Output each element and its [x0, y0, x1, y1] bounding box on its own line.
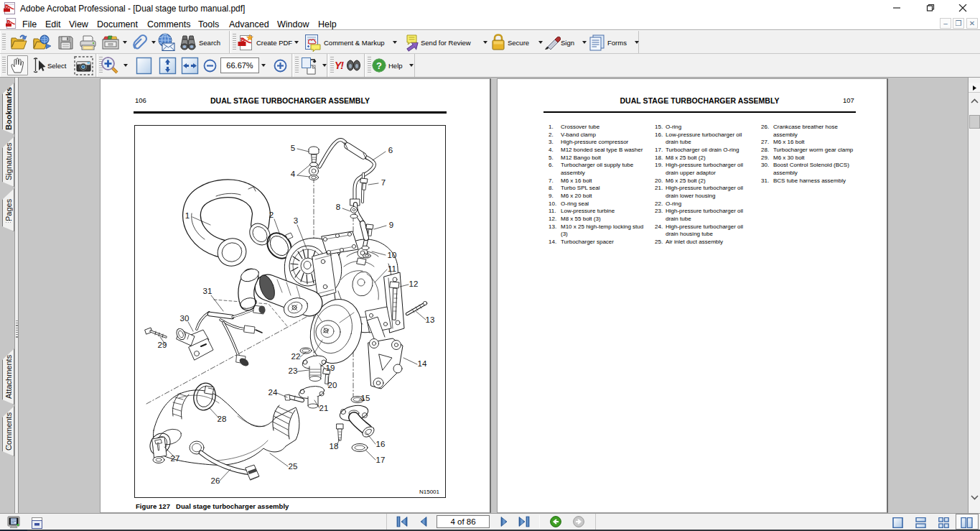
- svg-text:26: 26: [211, 476, 220, 485]
- svg-text:7: 7: [381, 178, 386, 187]
- svg-text:4: 4: [291, 170, 296, 178]
- svg-text:23: 23: [289, 366, 298, 375]
- svg-text:6: 6: [388, 146, 393, 154]
- svg-text:8: 8: [336, 203, 340, 211]
- svg-text:16: 16: [376, 440, 386, 448]
- svg-text:9: 9: [389, 221, 393, 229]
- svg-text:17: 17: [376, 456, 386, 464]
- svg-text:18: 18: [330, 442, 339, 451]
- svg-text:15: 15: [361, 394, 370, 402]
- svg-text:24: 24: [269, 388, 278, 397]
- svg-text:?: ?: [376, 60, 382, 71]
- svg-text:22: 22: [291, 352, 301, 361]
- svg-text:31: 31: [203, 287, 213, 295]
- svg-text:19: 19: [326, 364, 335, 372]
- svg-text:10: 10: [388, 251, 397, 259]
- svg-text:2: 2: [269, 211, 274, 219]
- svg-text:30: 30: [180, 314, 190, 323]
- svg-text:5: 5: [291, 144, 295, 152]
- svg-text:14: 14: [418, 359, 427, 368]
- svg-text:3: 3: [294, 216, 298, 225]
- svg-text:1: 1: [185, 211, 190, 220]
- svg-text:11: 11: [388, 264, 396, 273]
- svg-text:12: 12: [409, 280, 419, 288]
- svg-text:20: 20: [328, 381, 337, 389]
- svg-text:27: 27: [171, 454, 180, 463]
- svg-text:25: 25: [289, 462, 298, 471]
- svg-text:28: 28: [218, 415, 227, 423]
- svg-text:21: 21: [319, 404, 329, 412]
- svg-text:13: 13: [426, 315, 435, 324]
- svg-text:29: 29: [158, 341, 167, 349]
